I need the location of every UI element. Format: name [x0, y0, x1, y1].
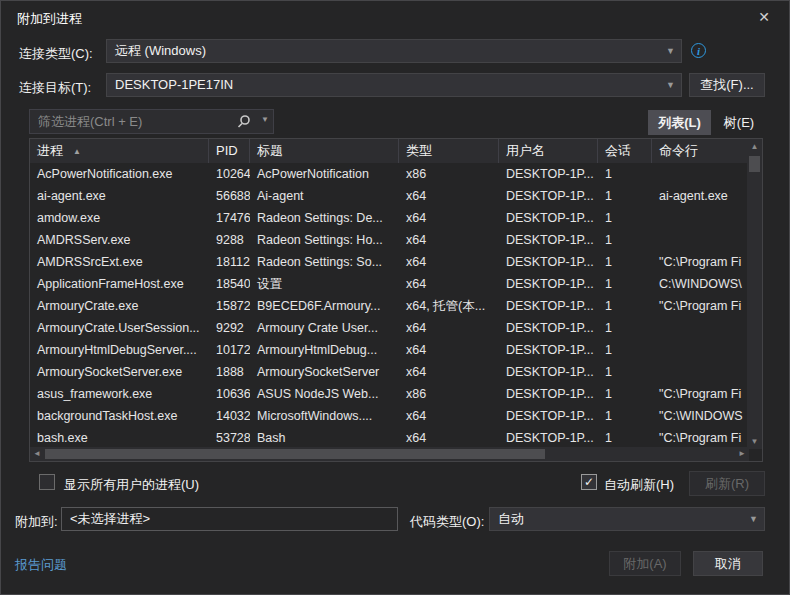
cell-type: x64, 托管(本...: [399, 295, 499, 317]
cell-session: 1: [598, 185, 652, 207]
table-row[interactable]: ArmourySocketServer.exe 1888 ArmourySock…: [30, 361, 749, 383]
cell-process: AMDRSServ.exe: [30, 229, 209, 251]
table-row[interactable]: bash.exe 53728 Bash x64 DESKTOP-1P... 1 …: [30, 427, 749, 449]
cell-username: DESKTOP-1P...: [499, 339, 598, 361]
attach-to-label: 附加到:: [15, 513, 58, 531]
cell-type: x64: [399, 361, 499, 383]
cell-type: x64: [399, 339, 499, 361]
cell-title: ArmouryHtmlDebug...: [250, 339, 399, 361]
cell-cmdline: "C:\Program Fi: [652, 295, 748, 317]
column-header-session[interactable]: 会话: [598, 139, 652, 163]
cell-username: DESKTOP-1P...: [499, 163, 598, 185]
cell-process: AcPowerNotification.exe: [30, 163, 209, 185]
cell-process: ai-agent.exe: [30, 185, 209, 207]
cell-type: x64: [399, 273, 499, 295]
connection-type-value: 远程 (Windows): [115, 43, 206, 58]
cell-session: 1: [598, 229, 652, 251]
cancel-button[interactable]: 取消: [693, 551, 763, 576]
cell-type: x64: [399, 317, 499, 339]
cell-pid: 14032: [209, 405, 250, 427]
column-header-username[interactable]: 用户名: [499, 139, 598, 163]
cell-cmdline: [652, 163, 748, 185]
cell-cmdline: [652, 317, 748, 339]
cell-session: 1: [598, 317, 652, 339]
cell-process: ApplicationFrameHost.exe: [30, 273, 209, 295]
column-header-pid[interactable]: PID: [209, 139, 250, 163]
attach-to-process-dialog: 附加到进程 ✕ 连接类型(C): 远程 (Windows) ▼ i 连接目标(T…: [0, 0, 790, 595]
cell-process: amdow.exe: [30, 207, 209, 229]
vertical-scrollbar-thumb[interactable]: [749, 156, 760, 172]
cell-process: bash.exe: [30, 427, 209, 449]
attach-to-field[interactable]: [61, 507, 398, 531]
scroll-down-icon[interactable]: ▼: [747, 434, 762, 449]
column-header-type[interactable]: 类型: [399, 139, 499, 163]
chevron-down-icon: ▼: [666, 40, 675, 62]
cell-session: 1: [598, 383, 652, 405]
table-row[interactable]: ArmouryCrate.UserSession... 9292 Armoury…: [30, 317, 749, 339]
cell-username: DESKTOP-1P...: [499, 383, 598, 405]
table-row[interactable]: amdow.exe 17476 Radeon Settings: De... x…: [30, 207, 749, 229]
filter-input[interactable]: [30, 110, 235, 133]
cell-pid: 18112: [209, 251, 250, 273]
connection-target-dropdown[interactable]: DESKTOP-1PE17IN ▼: [106, 73, 682, 97]
refresh-button[interactable]: 刷新(R): [689, 471, 765, 496]
cell-title: AcPowerNotification: [250, 163, 399, 185]
scroll-up-icon[interactable]: ▲: [747, 139, 762, 154]
cell-pid: 1888: [209, 361, 250, 383]
horizontal-scrollbar-thumb[interactable]: [45, 449, 545, 459]
cell-session: 1: [598, 427, 652, 449]
horizontal-scrollbar[interactable]: ◄ ►: [30, 447, 749, 461]
cell-username: DESKTOP-1P...: [499, 361, 598, 383]
cell-cmdline: C:\WINDOWS\: [652, 273, 748, 295]
scroll-left-icon[interactable]: ◄: [30, 447, 44, 461]
connection-type-dropdown[interactable]: 远程 (Windows) ▼: [106, 39, 682, 63]
info-icon[interactable]: i: [691, 43, 706, 58]
column-header-process[interactable]: 进程▲: [30, 139, 209, 163]
cell-type: x86: [399, 383, 499, 405]
cell-process: backgroundTaskHost.exe: [30, 405, 209, 427]
table-row[interactable]: backgroundTaskHost.exe 14032 MicrosoftWi…: [30, 405, 749, 427]
show-all-users-checkbox[interactable]: [39, 474, 55, 490]
view-list-button[interactable]: 列表(L): [648, 110, 711, 135]
dialog-title: 附加到进程: [17, 10, 82, 28]
search-controls[interactable]: ▼: [237, 113, 269, 131]
table-row[interactable]: ai-agent.exe 56688 Ai-agent x64 DESKTOP-…: [30, 185, 749, 207]
report-problem-link[interactable]: 报告问题: [15, 556, 67, 574]
cell-type: x64: [399, 207, 499, 229]
cell-pid: 18540: [209, 273, 250, 295]
table-row[interactable]: asus_framework.exe 10636 ASUS NodeJS Web…: [30, 383, 749, 405]
vertical-scrollbar[interactable]: ▲ ▼: [747, 139, 762, 449]
cell-cmdline: [652, 207, 748, 229]
cell-username: DESKTOP-1P...: [499, 229, 598, 251]
cell-session: 1: [598, 273, 652, 295]
table-row[interactable]: AMDRSServ.exe 9288 Radeon Settings: Ho..…: [30, 229, 749, 251]
cell-session: 1: [598, 405, 652, 427]
cell-cmdline: [652, 339, 748, 361]
table-row[interactable]: AcPowerNotification.exe 10264 AcPowerNot…: [30, 163, 749, 185]
find-button[interactable]: 查找(F)...: [689, 73, 765, 97]
cell-title: Bash: [250, 427, 399, 449]
cell-title: 设置: [250, 273, 399, 295]
cell-username: DESKTOP-1P...: [499, 317, 598, 339]
table-row[interactable]: ApplicationFrameHost.exe 18540 设置 x64 DE…: [30, 273, 749, 295]
attach-button[interactable]: 附加(A): [609, 551, 681, 576]
code-type-dropdown[interactable]: 自动 ▼: [489, 507, 765, 531]
view-tree-button[interactable]: 树(E): [715, 110, 763, 135]
cell-cmdline: "C:\Program Fi: [652, 427, 748, 449]
auto-refresh-checkbox[interactable]: ✓: [581, 474, 597, 490]
cell-type: x64: [399, 427, 499, 449]
cell-username: DESKTOP-1P...: [499, 185, 598, 207]
show-all-users-label: 显示所有用户的进程(U): [64, 476, 199, 494]
table-row[interactable]: AMDRSSrcExt.exe 18112 Radeon Settings: S…: [30, 251, 749, 273]
cell-cmdline: ai-agent.exe: [652, 185, 748, 207]
filter-box: ▼: [29, 109, 274, 134]
column-header-cmdline[interactable]: 命令行: [652, 139, 748, 163]
column-header-title[interactable]: 标题: [250, 139, 399, 163]
cell-session: 1: [598, 251, 652, 273]
scroll-right-icon[interactable]: ►: [735, 447, 749, 461]
cell-pid: 9288: [209, 229, 250, 251]
connection-type-label: 连接类型(C):: [19, 45, 93, 63]
table-row[interactable]: ArmouryHtmlDebugServer.... 10172 Armoury…: [30, 339, 749, 361]
close-icon[interactable]: ✕: [755, 8, 773, 26]
table-row[interactable]: ArmouryCrate.exe 15872 B9ECED6F.Armoury.…: [30, 295, 749, 317]
